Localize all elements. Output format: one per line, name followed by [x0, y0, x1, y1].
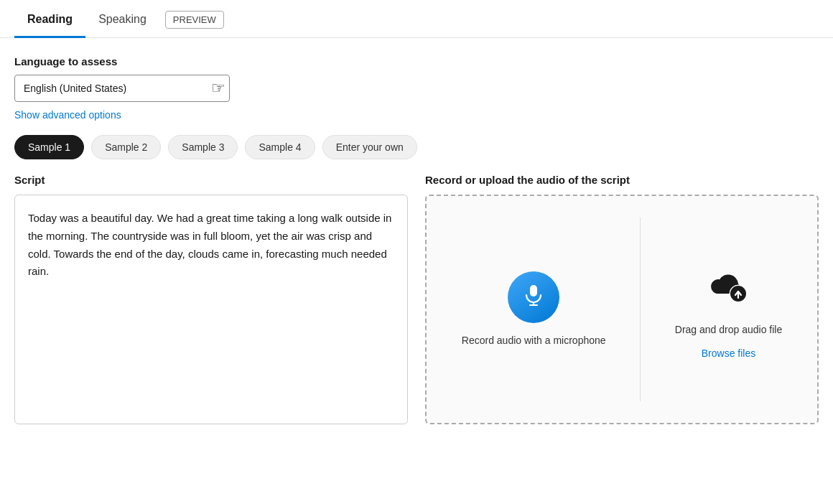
tabs-bar: Reading Speaking PREVIEW	[0, 0, 833, 38]
tab-reading[interactable]: Reading	[14, 0, 85, 38]
record-label: Record audio with a microphone	[462, 333, 606, 348]
pill-sample2[interactable]: Sample 2	[91, 135, 161, 159]
upload-section: Record or upload the audio of the script	[425, 174, 819, 424]
pill-enter-own[interactable]: Enter your own	[322, 135, 417, 159]
pill-sample3[interactable]: Sample 3	[168, 135, 238, 159]
record-option[interactable]: Record audio with a microphone	[462, 271, 606, 348]
main-content: Language to assess English (United State…	[0, 38, 833, 439]
script-text: Today was a beautiful day. We had a grea…	[14, 195, 408, 424]
upload-title: Record or upload the audio of the script	[425, 174, 819, 186]
preview-badge[interactable]: PREVIEW	[165, 11, 224, 29]
microphone-icon	[521, 283, 546, 311]
language-dropdown-wrapper: English (United States) English (United …	[14, 75, 230, 102]
drag-drop-option[interactable]: Drag and drop audio file Browse files	[675, 261, 782, 359]
pills-row: Sample 1 Sample 2 Sample 3 Sample 4 Ente…	[14, 135, 819, 159]
browse-files-link[interactable]: Browse files	[702, 347, 755, 359]
drag-drop-label: Drag and drop audio file	[675, 322, 782, 337]
svg-rect-0	[530, 285, 537, 297]
two-col-layout: Script Today was a beautiful day. We had…	[14, 174, 819, 424]
mic-circle	[508, 271, 559, 323]
advanced-options-link[interactable]: Show advanced options	[14, 109, 819, 121]
pill-sample4[interactable]: Sample 4	[245, 135, 315, 159]
language-dropdown[interactable]: English (United States) English (United …	[14, 75, 230, 102]
upload-box: Record audio with a microphone	[425, 195, 819, 424]
pill-sample1[interactable]: Sample 1	[14, 135, 84, 159]
script-title: Script	[14, 174, 408, 186]
language-label: Language to assess	[14, 55, 819, 67]
script-section: Script Today was a beautiful day. We had…	[14, 174, 408, 424]
tab-speaking[interactable]: Speaking	[85, 0, 159, 38]
upload-divider	[640, 218, 641, 401]
cloud-upload-icon	[702, 261, 754, 312]
